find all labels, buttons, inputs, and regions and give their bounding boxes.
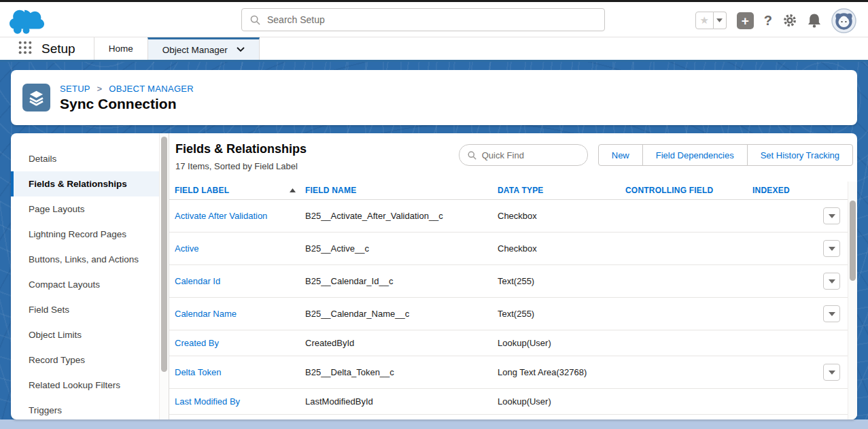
field-name-value: B25__Delta_Token__c <box>305 367 498 377</box>
fields-content: Fields & Relationships 17 Items, Sorted … <box>169 133 857 419</box>
row-actions-dropdown-button[interactable] <box>823 305 840 322</box>
field-name-value: LastModifiedById <box>305 396 498 407</box>
table-row: Activate After Validation B25__Activate_… <box>169 200 848 233</box>
field-name-value: B25__Calendar_Name__c <box>305 309 498 319</box>
content-header: Fields & Relationships 17 Items, Sorted … <box>169 133 857 182</box>
column-header-controlling-field[interactable]: CONTROLLING FIELD <box>625 186 752 195</box>
content-title-block: Fields & Relationships 17 Items, Sorted … <box>175 142 307 182</box>
field-name-value: CreatedById <box>305 338 498 348</box>
favorites-star-icon[interactable]: ★ <box>695 12 714 29</box>
add-new-icon[interactable]: + <box>737 12 754 29</box>
table-row: Created By CreatedById Lookup(User) <box>169 330 848 356</box>
setup-nav-bar: Setup Home Object Manager <box>0 37 868 62</box>
row-actions-dropdown-button[interactable] <box>823 273 840 290</box>
field-label-link[interactable]: Calendar Name <box>175 309 237 319</box>
column-header-field-label[interactable]: FIELD LABEL <box>175 186 305 195</box>
field-dependencies-button[interactable]: Field Dependencies <box>642 144 748 166</box>
salesforce-setup-window: ★ + ? <box>0 0 868 429</box>
sidebar-item-page-layouts[interactable]: Page Layouts <box>11 196 169 222</box>
field-name-value: B25__Active__c <box>305 243 498 254</box>
data-type-value: Text(255) <box>498 276 625 286</box>
user-avatar[interactable] <box>831 8 856 33</box>
settings-gear-icon[interactable] <box>782 13 797 28</box>
field-name-value: B25__Calendar_Id__c <box>305 276 498 286</box>
quick-find <box>459 144 588 166</box>
search-icon <box>250 15 260 25</box>
data-type-value: Lookup(User) <box>498 396 625 407</box>
table-scrollbar[interactable] <box>848 182 857 419</box>
sidebar-scrollbar[interactable] <box>159 133 169 419</box>
tab-home[interactable]: Home <box>94 37 147 60</box>
global-header: ★ + ? <box>0 2 868 37</box>
breadcrumb-separator: > <box>97 84 103 94</box>
breadcrumb-setup-link[interactable]: SETUP <box>60 84 90 94</box>
row-actions-dropdown-button[interactable] <box>823 364 840 381</box>
set-history-tracking-button[interactable]: Set History Tracking <box>747 144 853 166</box>
search-icon <box>468 151 476 160</box>
table-body: Activate After Validation B25__Activate_… <box>169 200 848 419</box>
data-type-value: Long Text Area(32768) <box>498 367 625 377</box>
sidebar-item-object-limits[interactable]: Object Limits <box>11 322 169 347</box>
field-label-link[interactable]: Created By <box>175 338 219 348</box>
tab-object-manager[interactable]: Object Manager <box>147 37 260 60</box>
global-search-input[interactable] <box>267 14 596 25</box>
table-header-row: FIELD LABEL FIELD NAME DATA TYPE CONTROL… <box>169 182 848 200</box>
sidebar-item-field-sets[interactable]: Field Sets <box>11 297 169 322</box>
row-actions-dropdown-button[interactable] <box>823 240 840 257</box>
table-action-buttons: New Field Dependencies Set History Track… <box>598 144 853 166</box>
data-type-value: Lookup(User) <box>498 338 625 348</box>
sidebar-item-triggers[interactable]: Triggers <box>11 398 169 419</box>
data-type-value: Text(255) <box>498 309 625 319</box>
quick-find-input[interactable] <box>482 150 579 160</box>
sidebar-item-record-types[interactable]: Record Types <box>11 347 169 373</box>
data-type-value: Checkbox <box>498 243 625 254</box>
object-manager-panel: Details Fields & Relationships Page Layo… <box>11 133 857 419</box>
column-header-indexed[interactable]: INDEXED <box>752 186 814 195</box>
row-actions-dropdown-button[interactable] <box>823 207 840 224</box>
breadcrumb: SETUP > OBJECT MANAGER <box>60 84 194 94</box>
field-label-link[interactable]: Calendar Id <box>175 276 220 286</box>
column-header-field-name[interactable]: FIELD NAME <box>305 186 498 195</box>
table-row: Delta Token B25__Delta_Token__c Long Tex… <box>169 356 848 389</box>
sidebar-item-lightning-record-pages[interactable]: Lightning Record Pages <box>11 222 169 247</box>
favorites-split-button: ★ <box>695 12 727 29</box>
horizontal-scrollbar-track[interactable] <box>0 419 868 429</box>
table-row: Last Modified By LastModifiedById Lookup… <box>169 389 848 415</box>
content-controls: New Field Dependencies Set History Track… <box>459 142 853 182</box>
sort-ascending-icon <box>290 188 296 192</box>
chevron-down-icon <box>237 47 245 52</box>
field-label-link[interactable]: Activate After Validation <box>175 211 267 221</box>
content-subtitle: 17 Items, Sorted by Field Label <box>175 161 307 171</box>
data-type-value: Checkbox <box>498 211 625 221</box>
global-header-actions: ★ + ? <box>695 8 856 33</box>
app-name: Setup <box>41 41 75 56</box>
field-label-link[interactable]: Active <box>175 243 198 254</box>
table-scrollbar-thumb[interactable] <box>850 201 856 281</box>
field-label-link[interactable]: Delta Token <box>175 367 221 377</box>
sidebar-scrollbar-thumb[interactable] <box>161 137 167 372</box>
page-title: Sync Connection <box>60 96 194 112</box>
table-row: Calendar Name B25__Calendar_Name__c Text… <box>169 298 848 330</box>
help-icon[interactable]: ? <box>764 13 772 29</box>
breadcrumb-object-manager-link[interactable]: OBJECT MANAGER <box>109 84 194 94</box>
column-header-data-type[interactable]: DATA TYPE <box>498 186 625 195</box>
new-button[interactable]: New <box>598 144 643 166</box>
sidebar-item-related-lookup-filters[interactable]: Related Lookup Filters <box>11 373 169 398</box>
field-label-link[interactable]: Last Modified By <box>175 396 240 407</box>
nav-tabs: Home Object Manager <box>94 37 260 60</box>
sidebar-item-buttons-links-and-actions[interactable]: Buttons, Links, and Actions <box>11 247 169 272</box>
global-search <box>241 8 605 31</box>
sidebar-item-compact-layouts[interactable]: Compact Layouts <box>11 272 169 297</box>
custom-object-layers-icon <box>22 84 50 111</box>
salesforce-logo-icon <box>9 7 46 37</box>
notifications-bell-icon[interactable] <box>808 13 821 28</box>
table-row: Active B25__Active__c Checkbox <box>169 233 848 265</box>
favorites-dropdown-icon[interactable] <box>714 12 727 29</box>
sidebar-list: Details Fields & Relationships Page Layo… <box>11 146 169 419</box>
sidebar-item-fields-relationships[interactable]: Fields & Relationships <box>11 171 169 196</box>
object-sidebar: Details Fields & Relationships Page Layo… <box>11 133 169 419</box>
field-name-value: B25__Activate_After_Validation__c <box>305 211 498 221</box>
sidebar-item-details[interactable]: Details <box>11 146 169 171</box>
page-header-text: SETUP > OBJECT MANAGER Sync Connection <box>60 84 194 112</box>
app-launcher-waffle-icon[interactable] <box>18 40 33 58</box>
